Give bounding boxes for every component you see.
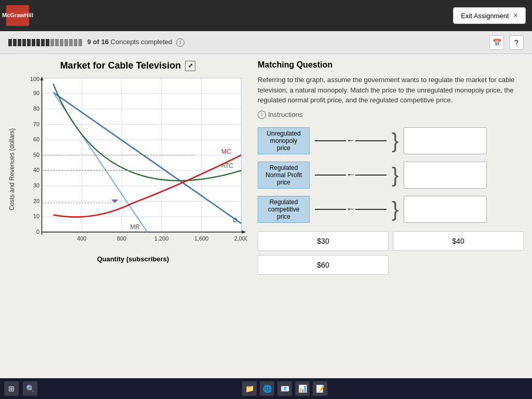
progress-text: 9 of 16 Concepts completed i	[87, 38, 184, 47]
help-icon[interactable]: ?	[509, 35, 524, 50]
taskbar-app-1[interactable]: 📁	[242, 381, 257, 396]
match-target-2[interactable]	[404, 162, 487, 189]
svg-text:30: 30	[33, 182, 39, 189]
answer-box-60[interactable]: $60	[258, 255, 389, 275]
svg-text:MR: MR	[130, 223, 140, 231]
svg-text:100: 100	[30, 76, 39, 82]
arrow-line-1	[315, 140, 346, 141]
svg-text:20: 20	[33, 198, 39, 204]
x-axis-label: Quantity (subscribers)	[19, 255, 247, 263]
arrow-line-3b	[355, 209, 387, 210]
question-text: Referring to the graph, assume the gover…	[258, 75, 524, 105]
svg-text:50: 50	[33, 152, 39, 158]
svg-text:60: 60	[33, 136, 39, 142]
arrow-line-2	[315, 175, 346, 176]
taskbar-center: 📁 🌐 📧 📊 📝	[42, 381, 528, 396]
svg-text:2,000: 2,000	[234, 235, 247, 242]
info-circle-icon: i	[258, 111, 266, 119]
graph-area: Market for Cable Television ⤢ Costs and …	[8, 60, 247, 374]
match-target-3[interactable]	[404, 196, 487, 223]
instructions-label: Instructions	[268, 111, 302, 118]
arrow-line-1b	[355, 140, 387, 141]
match-label-1: Unregulatedmonopolyprice	[258, 127, 310, 154]
svg-text:D: D	[233, 217, 237, 224]
graph-container: Costs and Revenues (dollars)	[8, 75, 247, 263]
mcgrawhill-logo: Mc Graw Hill	[6, 5, 29, 26]
bracket-3: }	[392, 199, 398, 220]
svg-text:40: 40	[33, 167, 39, 173]
svg-text:MC: MC	[221, 148, 231, 155]
svg-text:70: 70	[33, 121, 39, 127]
match-label-3: Regulatedcompetitiveprice	[258, 196, 310, 223]
svg-text:0: 0	[36, 229, 39, 235]
match-row-1: Unregulatedmonopolyprice ← }	[258, 127, 524, 154]
taskbar-app-2[interactable]: 🌐	[260, 381, 274, 396]
left-arrow-3: ←	[346, 204, 355, 215]
taskbar-app-5[interactable]: 📝	[313, 381, 327, 396]
windows-icon[interactable]: ⊞	[4, 381, 19, 396]
left-arrow-1: ←	[346, 135, 355, 146]
chart-svg: 0 10 20 30 40 50 60 70 80 90 100 4	[19, 75, 247, 252]
progress-icons: 📅 ?	[489, 35, 524, 50]
svg-text:1,200: 1,200	[154, 235, 168, 242]
exit-assignment-button[interactable]: Exit Assignment ×	[453, 7, 526, 24]
svg-text:ATC: ATC	[221, 162, 233, 169]
chart-wrapper: 0 10 20 30 40 50 60 70 80 90 100 4	[19, 75, 247, 263]
answer-boxes: $30 $40 $60	[258, 231, 524, 275]
svg-marker-21	[242, 230, 246, 234]
bracket-1: }	[392, 130, 398, 151]
arrow-line-3	[315, 209, 346, 210]
question-area: Matching Question Referring to the graph…	[258, 60, 524, 374]
match-label-2: RegulatedNormal Profitprice	[258, 162, 310, 189]
svg-text:800: 800	[117, 235, 126, 242]
expand-icon[interactable]: ⤢	[185, 61, 195, 71]
svg-text:1,600: 1,600	[194, 235, 208, 242]
arrow-line-2b	[355, 175, 387, 176]
answer-box-30[interactable]: $30	[258, 231, 389, 251]
calendar-icon[interactable]: 📅	[489, 35, 504, 50]
taskbar: ⊞ 🔍 📁 🌐 📧 📊 📝	[0, 378, 532, 399]
close-icon: ×	[513, 11, 518, 20]
top-bar: Mc Graw Hill Exit Assignment ×	[0, 0, 532, 31]
main-content: Market for Cable Television ⤢ Costs and …	[0, 54, 532, 380]
svg-text:400: 400	[77, 235, 86, 242]
match-row-2: RegulatedNormal Profitprice ← }	[258, 162, 524, 189]
progress-segments	[8, 39, 82, 46]
exit-label: Exit Assignment	[461, 12, 509, 20]
search-icon[interactable]: 🔍	[23, 381, 37, 396]
bracket-2: }	[392, 165, 398, 185]
taskbar-app-4[interactable]: 📊	[295, 381, 310, 396]
instructions-link[interactable]: i Instructions	[258, 111, 524, 119]
svg-text:80: 80	[33, 105, 39, 112]
matching-title: Matching Question	[258, 60, 524, 70]
graph-title: Market for Cable Television ⤢	[8, 60, 247, 71]
answer-box-40[interactable]: $40	[393, 231, 524, 251]
match-target-1[interactable]	[404, 127, 487, 154]
progress-bar: 9 of 16 Concepts completed i 📅 ?	[0, 31, 532, 54]
matching-rows: Unregulatedmonopolyprice ← } RegulatedNo…	[258, 127, 524, 223]
svg-text:90: 90	[33, 90, 39, 96]
y-axis-label: Costs and Revenues (dollars)	[8, 75, 17, 263]
taskbar-app-3[interactable]: 📧	[277, 381, 292, 396]
svg-text:10: 10	[33, 213, 39, 219]
left-arrow-2: ←	[346, 169, 355, 180]
info-icon[interactable]: i	[176, 38, 184, 47]
match-row-3: Regulatedcompetitiveprice ← }	[258, 196, 524, 223]
